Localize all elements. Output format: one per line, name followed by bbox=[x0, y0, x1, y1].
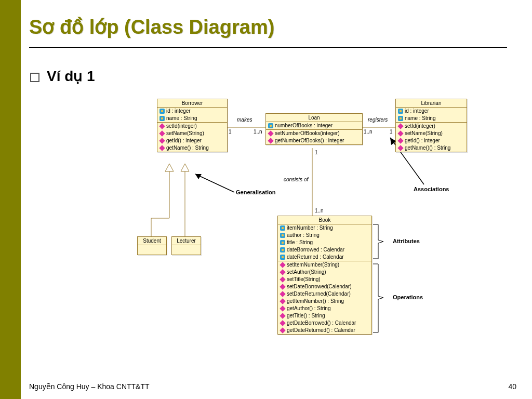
operation-icon bbox=[279, 283, 286, 290]
attribute-icon bbox=[159, 109, 165, 114]
attribute-icon bbox=[398, 116, 403, 121]
mult: 1..n bbox=[254, 129, 262, 135]
accent-bar bbox=[0, 0, 21, 399]
label-generalisation: Generalisation bbox=[236, 189, 275, 195]
class-book: Book itemNumber : String author : String… bbox=[277, 216, 372, 335]
mult: 1 bbox=[229, 129, 232, 135]
svg-marker-3 bbox=[165, 164, 174, 171]
svg-marker-4 bbox=[181, 164, 189, 171]
class-student: Student bbox=[137, 236, 167, 255]
operation-icon bbox=[158, 137, 166, 144]
page-number: 40 bbox=[508, 382, 516, 391]
attribute-icon bbox=[280, 225, 285, 231]
operation-icon bbox=[267, 130, 274, 137]
bullet-icon bbox=[30, 73, 39, 82]
mult: 1..n bbox=[315, 208, 324, 214]
class-name: Student bbox=[138, 237, 166, 245]
class-name: Lecturer bbox=[172, 237, 201, 245]
mult: 1 bbox=[390, 129, 393, 135]
operation-icon bbox=[158, 130, 166, 137]
class-name: Book bbox=[278, 216, 371, 224]
divider bbox=[29, 47, 507, 48]
class-loan: Loan numberOfBooks : integer setNumberOf… bbox=[265, 113, 363, 145]
class-name: Borrower bbox=[157, 99, 227, 108]
class-diagram: Borrower id : integer name : String setI… bbox=[29, 94, 507, 374]
footer-author: Nguyễn Công Huy – Khoa CNTT&TT bbox=[29, 382, 150, 391]
attribute-icon bbox=[280, 247, 285, 252]
operation-icon bbox=[279, 290, 286, 298]
assoc-makes: makes bbox=[237, 117, 252, 123]
class-name: Librarian bbox=[396, 99, 467, 108]
operation-icon bbox=[397, 144, 404, 152]
operation-icon bbox=[158, 144, 166, 152]
operation-icon bbox=[279, 305, 286, 312]
operation-icon bbox=[279, 261, 286, 269]
attribute-icon bbox=[280, 233, 285, 238]
slide-title: Sơ đồ lớp (Class Diagram) bbox=[29, 16, 274, 38]
attribute-icon bbox=[280, 255, 285, 260]
label-attributes: Attributes bbox=[393, 238, 420, 244]
operation-icon bbox=[397, 130, 404, 137]
class-lecturer: Lecturer bbox=[171, 236, 201, 255]
operation-icon bbox=[267, 137, 274, 144]
operation-icon bbox=[279, 276, 286, 283]
class-borrower: Borrower id : integer name : String setI… bbox=[157, 99, 228, 152]
class-librarian: Librarian id : integer name : String set… bbox=[395, 99, 467, 152]
slide-subtitle: Ví dụ 1 bbox=[47, 68, 95, 85]
attribute-icon bbox=[159, 116, 165, 121]
mult: 1 bbox=[315, 150, 318, 155]
mult: 1..n bbox=[364, 129, 373, 135]
operation-icon bbox=[279, 320, 286, 327]
assoc-registers: registers bbox=[368, 117, 388, 123]
operation-icon bbox=[279, 312, 286, 320]
operation-icon bbox=[397, 137, 404, 144]
class-name: Loan bbox=[266, 114, 362, 122]
operation-icon bbox=[279, 327, 286, 334]
label-associations: Associations bbox=[414, 186, 449, 192]
attribute-icon bbox=[268, 123, 273, 128]
operation-icon bbox=[279, 269, 286, 276]
attribute-icon bbox=[280, 240, 285, 245]
attribute-icon bbox=[398, 109, 403, 114]
operation-icon bbox=[397, 123, 404, 130]
operation-icon bbox=[279, 298, 286, 305]
svg-marker-5 bbox=[195, 174, 202, 179]
operation-icon bbox=[158, 123, 166, 130]
label-operations: Operations bbox=[393, 294, 423, 300]
assoc-consists-of: consists of bbox=[284, 177, 308, 182]
